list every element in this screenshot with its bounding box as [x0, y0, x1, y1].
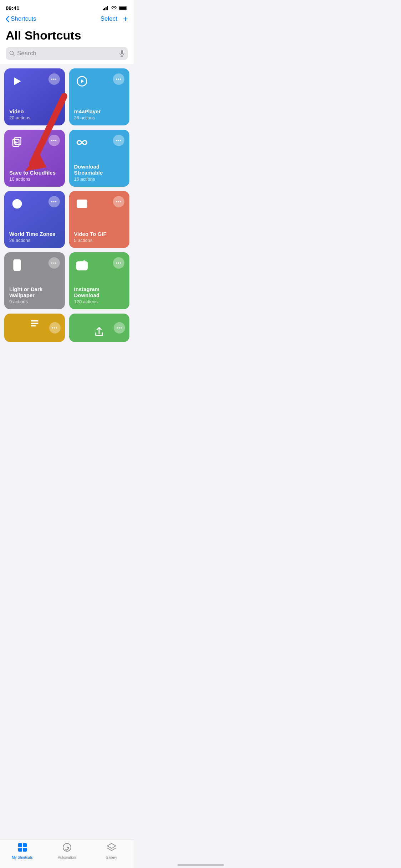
status-time: 09:41 [6, 5, 19, 11]
back-label: Shortcuts [11, 15, 36, 22]
battery-icon [119, 6, 128, 10]
shortcut-name-world: World Time Zones [9, 231, 60, 237]
svg-rect-2 [106, 7, 107, 10]
shortcut-actions-world: 29 actions [9, 238, 60, 243]
ellipsis-icon: ••• [116, 200, 122, 204]
nav-header: Shortcuts Select + [0, 12, 134, 27]
copy-plus-icon [9, 135, 25, 150]
svg-rect-5 [119, 7, 126, 10]
svg-point-17 [15, 200, 19, 208]
film-icon [74, 196, 90, 212]
status-icons [103, 6, 128, 10]
shortcut-name-video: Video [9, 108, 60, 114]
shortcut-card-wallpaper[interactable]: ••• Light or Dark Wallpaper 9 actions [4, 252, 65, 309]
chevron-left-icon [6, 16, 9, 22]
more-button-gif[interactable]: ••• [113, 196, 124, 207]
more-button-video[interactable]: ••• [48, 73, 60, 85]
svg-line-7 [13, 55, 15, 56]
ellipsis-icon: ••• [52, 326, 58, 330]
infinity-icon [74, 135, 90, 150]
content-wrapper: ••• Video 20 actions ••• m4aPlayer 26 ac… [0, 64, 134, 376]
phone-icon [9, 257, 25, 273]
shortcut-card-worldtime[interactable]: ••• World Time Zones 29 actions [4, 191, 65, 248]
header-actions: Select + [101, 14, 128, 24]
card-icon-row: ••• [74, 196, 125, 212]
svg-rect-38 [31, 325, 36, 327]
shortcut-name-cloud: Save to Cloudfiles [9, 170, 60, 176]
add-button[interactable]: + [123, 14, 128, 24]
more-button-wallpaper[interactable]: ••• [48, 257, 60, 269]
select-button[interactable]: Select [101, 15, 117, 22]
list-icon [30, 319, 40, 329]
shortcut-actions-m4a: 26 actions [74, 115, 125, 120]
play-icon [74, 73, 90, 89]
shortcut-actions-wallpaper: 9 actions [9, 299, 60, 304]
more-button-m4a[interactable]: ••• [113, 73, 124, 85]
ellipsis-icon: ••• [116, 138, 122, 143]
mic-icon [119, 50, 124, 57]
svg-rect-0 [103, 9, 104, 10]
shortcut-name-streamable: Download Streamable [74, 164, 125, 176]
wifi-icon [111, 6, 117, 10]
shortcut-card-instagram[interactable]: ••• Instagram Download 120 actions [69, 252, 130, 309]
more-button-partial-right[interactable]: ••• [114, 322, 125, 334]
partial-card-right[interactable]: ••• [69, 314, 130, 342]
more-button-instagram[interactable]: ••• [113, 257, 124, 269]
more-button-world[interactable]: ••• [48, 196, 60, 207]
card-icon-row: ••• [9, 196, 60, 212]
partial-row: ••• ••• [0, 314, 134, 342]
shortcut-actions-streamable: 16 actions [74, 176, 125, 182]
partial-card-left[interactable]: ••• [4, 314, 65, 342]
svg-point-34 [80, 264, 84, 268]
search-section: Search [0, 46, 134, 64]
share-icon [94, 327, 104, 337]
shortcut-card-videogif[interactable]: ••• Video To GIF 5 actions [69, 191, 130, 248]
more-button-partial-left[interactable]: ••• [49, 322, 61, 334]
page-title-section: All Shortcuts [0, 27, 134, 46]
card-icon-row: ••• [74, 73, 125, 89]
shortcut-card-streamable[interactable]: ••• Download Streamable 16 actions [69, 130, 130, 187]
ellipsis-icon: ••• [51, 200, 57, 204]
ellipsis-icon: ••• [51, 138, 57, 143]
play-icon [9, 73, 25, 89]
ellipsis-icon: ••• [51, 261, 57, 265]
ellipsis-icon: ••• [116, 77, 122, 82]
page-title: All Shortcuts [6, 29, 128, 42]
ellipsis-icon: ••• [116, 261, 122, 265]
shortcut-actions-video: 20 actions [9, 115, 60, 120]
search-placeholder: Search [17, 50, 117, 57]
shortcut-actions-instagram: 120 actions [74, 299, 125, 304]
shortcut-actions-cloud: 10 actions [9, 176, 60, 182]
ellipsis-icon: ••• [51, 77, 57, 82]
shortcut-name-m4a: m4aPlayer [74, 108, 125, 114]
signal-icon [103, 6, 109, 10]
shortcut-name-instagram: Instagram Download [74, 286, 125, 298]
shortcut-card-cloudfiles[interactable]: ••• Save to Cloudfiles 10 actions [4, 130, 65, 187]
shortcuts-grid: ••• Video 20 actions ••• m4aPlayer 26 ac… [0, 64, 134, 309]
svg-rect-20 [77, 200, 87, 208]
back-button[interactable]: Shortcuts [6, 15, 36, 22]
shortcut-actions-gif: 5 actions [74, 238, 125, 243]
globe-icon [9, 196, 25, 212]
svg-rect-1 [104, 8, 105, 10]
card-icon-row: ••• [9, 257, 60, 273]
search-icon [9, 51, 15, 56]
svg-rect-3 [107, 6, 108, 10]
card-icon-row: ••• [74, 135, 125, 150]
status-bar: 09:41 [0, 0, 134, 12]
more-button-streamable[interactable]: ••• [113, 135, 124, 146]
card-icon-row: ••• [9, 135, 60, 150]
shortcut-card-m4aplayer[interactable]: ••• m4aPlayer 26 actions [69, 68, 130, 125]
ellipsis-icon: ••• [117, 326, 123, 330]
search-bar[interactable]: Search [6, 47, 128, 60]
shortcut-name-wallpaper: Light or Dark Wallpaper [9, 286, 60, 298]
svg-rect-37 [31, 323, 38, 324]
shortcut-name-gif: Video To GIF [74, 231, 125, 237]
card-icon-row: ••• [9, 73, 60, 89]
svg-rect-8 [121, 50, 123, 54]
camera-icon [74, 257, 90, 273]
card-icon-row: ••• [74, 257, 125, 273]
svg-rect-36 [31, 320, 38, 322]
shortcut-card-video[interactable]: ••• Video 20 actions [4, 68, 65, 125]
more-button-cloud[interactable]: ••• [48, 135, 60, 146]
